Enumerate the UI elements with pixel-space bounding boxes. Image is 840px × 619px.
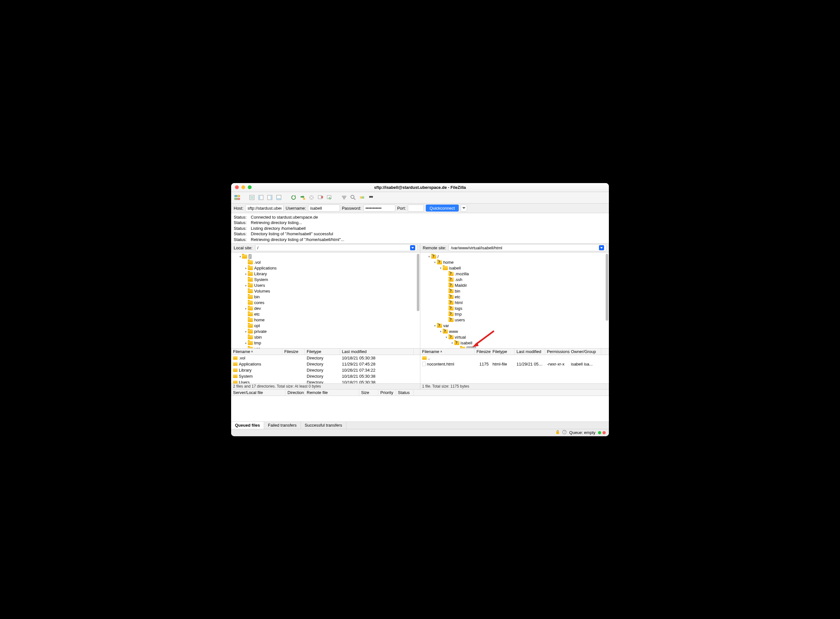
tree-node[interactable]: users <box>421 317 608 323</box>
expand-toggle[interactable]: ▸ <box>244 341 248 345</box>
tree-node[interactable]: cores <box>232 300 419 306</box>
sync-browse-icon[interactable] <box>368 194 375 201</box>
column-header[interactable]: Filename ∧ <box>420 348 475 354</box>
tree-node[interactable]: home <box>232 317 419 323</box>
minimize-button[interactable] <box>241 185 245 189</box>
tree-node[interactable]: sbin <box>232 335 419 340</box>
toggle-log-icon[interactable] <box>248 194 256 201</box>
tree-node[interactable]: html <box>421 346 608 348</box>
file-row[interactable]: UsersDirectory10/18/21 05:30:38 <box>231 379 420 383</box>
column-header[interactable]: Filesize <box>282 348 305 354</box>
tree-node[interactable]: System <box>232 277 419 283</box>
tree-node[interactable]: ▾home <box>421 260 608 265</box>
tree-node[interactable]: opt <box>232 323 419 329</box>
column-header[interactable]: Owner/Group <box>569 348 601 354</box>
disconnect-icon[interactable] <box>317 194 324 201</box>
expand-toggle[interactable]: ▾ <box>427 255 431 258</box>
tree-node[interactable]: .ssh <box>421 277 608 283</box>
tab-failed[interactable]: Failed transfers <box>264 422 301 429</box>
scrollbar[interactable] <box>417 254 419 311</box>
column-header[interactable]: Filesize <box>475 348 491 354</box>
search-icon[interactable] <box>350 194 357 201</box>
file-row[interactable]: .. <box>420 355 609 361</box>
tree-node[interactable]: html <box>421 300 608 306</box>
expand-toggle[interactable]: ▾ <box>433 324 437 327</box>
toggle-local-tree-icon[interactable] <box>257 194 265 201</box>
local-tree[interactable]: ▾/.vol▸Applications▸LibrarySystem▸UsersV… <box>231 253 420 348</box>
column-header[interactable]: Permissions <box>545 348 569 354</box>
tree-node[interactable]: ▾var <box>421 323 608 329</box>
tree-node[interactable]: ▸dev <box>232 306 419 311</box>
queue-body[interactable] <box>231 396 609 422</box>
expand-toggle[interactable]: ▾ <box>439 330 443 333</box>
local-file-rows[interactable]: .volDirectory10/18/21 05:30:38Applicatio… <box>231 355 420 383</box>
tree-node[interactable]: ▸Applications <box>232 265 419 271</box>
tree-node[interactable]: ▸private <box>232 329 419 335</box>
chevron-down-icon[interactable] <box>599 245 604 250</box>
tree-node[interactable]: ▾www <box>421 329 608 335</box>
column-header[interactable]: Last modified <box>515 348 545 354</box>
remote-site-input[interactable]: /var/www/virtual/isabell/html <box>448 244 606 251</box>
filter-icon[interactable] <box>341 194 348 201</box>
file-row[interactable]: .volDirectory10/18/21 05:30:38 <box>231 355 420 361</box>
tree-node[interactable]: bin <box>232 294 419 300</box>
expand-toggle[interactable]: ▸ <box>244 307 248 310</box>
expand-toggle[interactable]: ▾ <box>433 260 437 264</box>
port-input[interactable] <box>408 205 424 212</box>
quickconnect-history-button[interactable] <box>461 205 467 212</box>
tree-node[interactable]: ▸tmp <box>232 340 419 346</box>
expand-toggle[interactable]: ▸ <box>244 272 248 275</box>
help-icon[interactable]: ? <box>562 430 566 435</box>
column-header[interactable]: Filetype <box>305 348 340 354</box>
tab-queued[interactable]: Queued files <box>231 422 264 429</box>
compare-icon[interactable] <box>359 194 366 201</box>
tree-node[interactable]: ▸Users <box>232 283 419 289</box>
column-header[interactable]: Server/Local file <box>231 390 285 396</box>
column-header[interactable]: Size <box>359 390 378 396</box>
zoom-button[interactable] <box>248 185 252 189</box>
tree-node[interactable]: .vol <box>232 260 419 265</box>
column-header[interactable]: Last modified <box>340 348 414 354</box>
refresh-icon[interactable] <box>290 194 297 201</box>
expand-toggle[interactable]: ▾ <box>445 335 448 339</box>
quickconnect-button[interactable]: Quickconnect <box>426 205 459 212</box>
tree-node[interactable]: ▸usr <box>232 346 419 348</box>
column-header[interactable]: Remote file <box>305 390 359 396</box>
expand-toggle[interactable]: ▸ <box>244 284 248 287</box>
cancel-icon[interactable] <box>308 194 315 201</box>
column-header[interactable]: Status <box>396 390 414 396</box>
column-header[interactable]: Direction <box>285 390 305 396</box>
password-input[interactable] <box>363 205 395 212</box>
tree-node[interactable]: ▾virtual <box>421 335 608 340</box>
file-row[interactable]: LibraryDirectory10/26/21 07:34:22 <box>231 367 420 373</box>
tree-node[interactable]: Volumes <box>232 289 419 294</box>
tree-node[interactable]: ▾isabell <box>421 340 608 346</box>
column-header[interactable]: Filename ∧ <box>231 348 282 354</box>
close-button[interactable] <box>235 185 239 189</box>
tree-node[interactable]: ▾isabell <box>421 265 608 271</box>
tree-node[interactable]: logs <box>421 306 608 311</box>
file-row[interactable]: nocontent.html1175html-file11/29/21 05:4… <box>420 361 609 367</box>
tab-success[interactable]: Successful transfers <box>301 422 346 429</box>
tree-node[interactable]: bin <box>421 289 608 294</box>
expand-toggle[interactable]: ▸ <box>244 266 248 270</box>
host-input[interactable] <box>245 205 284 212</box>
file-row[interactable]: ApplicationsDirectory11/29/21 07:45:28 <box>231 361 420 367</box>
tree-node[interactable]: ▾/ <box>232 254 419 260</box>
toggle-remote-tree-icon[interactable] <box>266 194 274 201</box>
tree-node[interactable]: etc <box>232 311 419 317</box>
chevron-down-icon[interactable] <box>410 245 415 250</box>
tree-node[interactable]: .mozilla <box>421 271 608 277</box>
tree-node[interactable]: Maildir <box>421 283 608 289</box>
expand-toggle[interactable]: ▾ <box>439 266 443 270</box>
sitemanager-icon[interactable] <box>234 194 241 201</box>
message-log[interactable]: Status: Connected to stardust.uberspace.… <box>231 213 609 244</box>
expand-toggle[interactable]: ▾ <box>450 341 454 345</box>
tree-node[interactable]: ▸Library <box>232 271 419 277</box>
toggle-queue-icon[interactable] <box>275 194 282 201</box>
tree-node[interactable]: ▾/ <box>421 254 608 260</box>
expand-toggle[interactable]: ▸ <box>244 330 248 333</box>
remote-tree[interactable]: ▾/▾home▾isabell.mozilla.sshMaildirbinetc… <box>420 253 609 348</box>
expand-toggle[interactable]: ▸ <box>244 347 248 348</box>
remote-file-rows[interactable]: ..nocontent.html1175html-file11/29/21 05… <box>420 355 609 383</box>
